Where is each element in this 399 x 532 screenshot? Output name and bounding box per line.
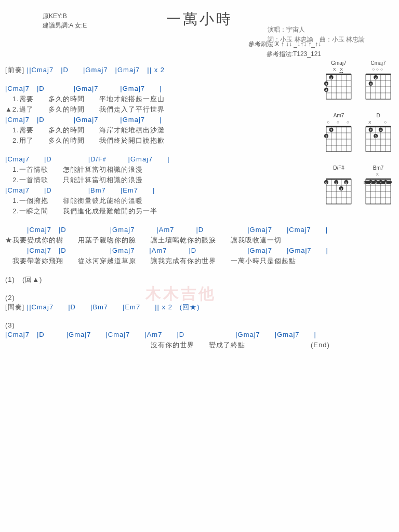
intro-chords: ||Cmaj7 |D |Gmaj7 |Gmaj7 || x 2 (27, 65, 165, 75)
lyricist-composer: 詞：小玉 林忠諭 曲：小玉 林忠諭 (268, 35, 365, 45)
v1-lyr1a: 1.需要 多久的時間 平地才能搭起一座山 (5, 94, 301, 104)
ch-lyr1: ★我要變成你的樹 用葉子親吻你的臉 讓土壤喝乾你的眼淚 讓我吸收這一切 (5, 236, 399, 245)
verse2: |Cmaj7 |D |D/F# |Gmaj7 | 1.一首情歌 怎能計算當初相識… (5, 155, 301, 216)
v1-chord1: |Cmaj7 |D |Gmaj7 |Gmaj7 | (5, 84, 301, 93)
chord-diagrams: Gmaj7X X2234Cmaj7○○○23Am7○ ○ ○23DX ○234D… (321, 60, 396, 208)
v2-lyr2a: 1.一個擁抱 卻能衡量彼此能給的溫暖 (5, 196, 301, 206)
v2-chord2: |Cmaj7 |D |Bm7 |Em7 | (5, 186, 301, 195)
credits: 演唱：宇宙人 詞：小玉 林忠諭 曲：小玉 林忠諭 (268, 25, 365, 45)
v2-chord1: |Cmaj7 |D |D/F# |Gmaj7 | (5, 155, 301, 164)
header: 原KEY:B 建議男調:A 女:E 一萬小時 演唱：宇宙人 詞：小玉 林忠諭 曲… (5, 9, 394, 29)
chorus: |Cmaj7 |D |Gmaj7 |Am7 |D |Gmaj7 |Cmaj7 |… (5, 225, 399, 266)
interlude-chords: ||Cmaj7 |D |Bm7 |Em7 || x 2 (回★) (27, 303, 200, 312)
intro-label: [前奏] (5, 65, 24, 75)
v2-lyr2b: 2.一瞬之間 我們進化成最難離開的另一半 (5, 207, 301, 216)
direction-2: (2) [間奏] ||Cmaj7 |D |Bm7 |Em7 || x 2 (回★… (5, 294, 301, 312)
interlude-label: [間奏] (5, 303, 24, 312)
chord-diagram-gmaj7: Gmaj7X X2234 (321, 60, 356, 103)
chord-diagram-d: DX ○234 (361, 113, 396, 156)
v1-lyr2a: 1.需要 多久的時間 海岸才能堆積出沙灘 (5, 126, 301, 135)
chord-diagram-am7: Am7○ ○ ○23 (321, 113, 356, 156)
v1-chord2: |Cmaj7 |D |Gmaj7 |Gmaj7 | (5, 115, 301, 125)
chord-diagram-df: D/F#0345 (321, 165, 356, 208)
v1-lyr2b: 2.用了 多久的時間 我們終於開口說抱歉 (5, 136, 301, 145)
suggested-key: 建議男調:A 女:E (43, 21, 87, 30)
direction-3: (3) |Cmaj7 |D |Gmaj7 |Cmaj7 |Am7 |D |Gma… (5, 321, 399, 350)
end-lyr: 沒有你的世界 變成了終點 (End) (5, 340, 399, 350)
direction-1: (1) (回▲) (5, 275, 301, 284)
chord-diagram-bm7: Bm7X22345 (361, 165, 396, 208)
key-info: 原KEY:B 建議男調:A 女:E (43, 11, 87, 30)
end-chord: |Cmaj7 |D |Gmaj7 |Cmaj7 |Am7 |D |Gmaj7 |… (5, 330, 399, 339)
finger-pattern: 參考指法:T123_121 (5, 49, 321, 59)
chord-diagram-cmaj7: Cmaj7○○○23 (361, 60, 396, 103)
singer: 演唱：宇宙人 (268, 25, 365, 35)
original-key: 原KEY:B (43, 11, 87, 21)
chord-sheet: [前奏] ||Cmaj7 |D |Gmaj7 |Gmaj7 || x 2 |Cm… (5, 65, 301, 350)
ch-chord1: |Cmaj7 |D |Gmaj7 |Am7 |D |Gmaj7 |Cmaj7 | (5, 225, 399, 235)
v2-lyr1b: 2.一首情歌 只能計算當初相識的浪漫 (5, 175, 301, 185)
intro-section: [前奏] ||Cmaj7 |D |Gmaj7 |Gmaj7 || x 2 (5, 65, 301, 75)
ch-lyr2: 我要帶著妳飛翔 從冰河穿越道草原 讓我完成有你的世界 一萬小時只是個起點 (5, 256, 399, 266)
verse1: |Cmaj7 |D |Gmaj7 |Gmaj7 | 1.需要 多久的時間 平地才… (5, 84, 301, 145)
v1-lyr1b: ▲2.過了 多久的時間 我們走入了平行世界 (5, 105, 301, 114)
v2-lyr1a: 1.一首情歌 怎能計算當初相識的浪漫 (5, 165, 301, 174)
ch-chord2: |Cmaj7 |D |Gmaj7 |Am7 |D |Gmaj7 |Gmaj7 | (5, 246, 399, 255)
